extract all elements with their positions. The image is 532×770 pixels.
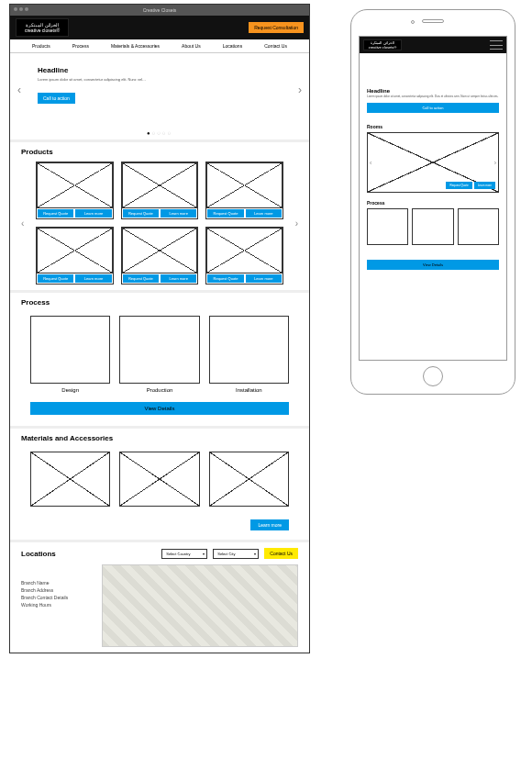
mobile-header: الخزائن المبتكرة creative closets®: [360, 37, 506, 53]
window-title: Creative Closets: [143, 7, 177, 13]
product-card: Request QuoteLearn more: [121, 162, 199, 219]
mobile-room-card: ‹ › Request Quote Learn more: [367, 132, 499, 193]
mobile-process-title: Process: [367, 200, 499, 206]
product-card: Request QuoteLearn more: [36, 162, 114, 219]
mobile-hero: Headline Lorem ipsum dolor sit amet, con…: [360, 53, 506, 120]
hamburger-icon[interactable]: [490, 40, 503, 50]
learn-more-button[interactable]: Learn more: [245, 208, 283, 218]
mobile-rooms-title: Rooms: [367, 124, 499, 129]
phone-home-button-icon[interactable]: [423, 366, 443, 386]
phone-screen: الخزائن المبتكرة creative closets® Headl…: [359, 36, 507, 361]
learn-more-button[interactable]: Learn more: [160, 208, 197, 218]
select-country-dropdown[interactable]: Select Country: [161, 549, 207, 559]
branch-hours: Working Hours: [21, 601, 94, 608]
request-quote-button[interactable]: Request Quote: [37, 208, 74, 218]
product-image-placeholder: [206, 162, 283, 208]
mobile-hero-headline: Headline: [367, 88, 499, 94]
phone-speaker-icon: [422, 19, 444, 23]
request-quote-button[interactable]: Request Quote: [122, 208, 160, 218]
materials-section: Materials and Accessories Learn more: [10, 426, 309, 540]
product-card: Request QuoteLearn more: [121, 227, 199, 285]
logo-english: creative closets®: [25, 28, 60, 33]
learn-more-button[interactable]: Learn more: [250, 519, 289, 530]
process-image-placeholder: [412, 208, 453, 245]
mobile-process-section: Process View Details: [360, 196, 506, 273]
product-card: Request QuoteLearn more: [36, 227, 114, 285]
products-section: Products ‹ Request QuoteLearn more Reque…: [10, 139, 309, 290]
product-image-placeholder: [206, 228, 283, 273]
nav-about[interactable]: About Us: [182, 43, 201, 49]
learn-more-button[interactable]: Learn more: [74, 208, 112, 218]
material-image-placeholder: [119, 452, 199, 507]
select-city-dropdown[interactable]: Select City: [213, 549, 259, 559]
branch-contact: Branch Contact Details: [21, 594, 94, 601]
request-quote-button[interactable]: Request Quote: [122, 273, 160, 284]
learn-more-button[interactable]: Learn more: [245, 273, 283, 284]
branch-name: Branch Name: [21, 579, 94, 586]
request-consultation-button[interactable]: Request Consultation: [249, 22, 304, 33]
request-quote-button[interactable]: Request Quote: [206, 208, 244, 218]
request-quote-button[interactable]: Request Quote: [37, 273, 74, 284]
product-image-placeholder: [122, 228, 198, 273]
nav-contact[interactable]: Contact Us: [264, 43, 287, 49]
product-card: Request QuoteLearn more: [205, 162, 283, 219]
request-quote-button[interactable]: Request Quote: [206, 273, 244, 284]
main-nav: Products Process Materials & Accessories…: [10, 39, 309, 53]
product-card: Request QuoteLearn more: [205, 227, 283, 285]
hero-body: Lorem ipsum dolor sit amet, consectetur …: [38, 77, 148, 82]
nav-materials[interactable]: Materials & Accessories: [111, 43, 160, 49]
products-next-icon[interactable]: ›: [295, 218, 298, 229]
rooms-next-icon[interactable]: ›: [494, 159, 496, 165]
view-details-button[interactable]: View Details: [30, 402, 289, 415]
hero-prev-icon[interactable]: ‹: [17, 84, 21, 96]
desktop-wireframe: Creative Closets الخزائن المبتكرة creati…: [9, 4, 310, 653]
hero: ‹ Headline Lorem ipsum dolor sit amet, c…: [10, 53, 309, 127]
products-title: Products: [21, 148, 298, 156]
process-title: Process: [21, 298, 298, 307]
locations-title: Locations: [21, 550, 156, 558]
hero-pagination[interactable]: ●○○○○: [10, 127, 309, 139]
learn-more-button[interactable]: Learn more: [160, 273, 197, 284]
logo[interactable]: الخزائن المبتكرة creative closets®: [16, 18, 69, 37]
nav-locations[interactable]: Locations: [223, 43, 242, 49]
materials-title: Materials and Accessories: [21, 434, 298, 442]
product-image-placeholder: [37, 228, 113, 273]
logo[interactable]: الخزائن المبتكرة creative closets®: [363, 39, 402, 50]
window-dots: [14, 7, 28, 11]
hero-cta-button[interactable]: Call to action: [38, 93, 75, 104]
mobile-rooms-section: Rooms ‹ › Request Quote Learn more: [360, 120, 506, 196]
branch-address: Branch Address: [21, 586, 94, 594]
process-image-placeholder: [30, 316, 110, 384]
request-quote-button[interactable]: Request Quote: [446, 182, 471, 189]
process-image-placeholder: [367, 208, 408, 245]
process-card: Installation: [209, 316, 289, 393]
mobile-hero-body: Lorem ipsum dolor sit amet, consectetur …: [367, 95, 499, 99]
products-prev-icon[interactable]: ‹: [21, 218, 24, 229]
site-header: الخزائن المبتكرة creative closets® Reque…: [10, 16, 309, 39]
hero-next-icon[interactable]: ›: [298, 84, 302, 96]
process-step-label: Installation: [209, 387, 289, 393]
process-section: Process Design Production Installation V…: [10, 290, 309, 426]
nav-process[interactable]: Process: [72, 43, 89, 49]
material-image-placeholder: [209, 452, 289, 507]
map-placeholder[interactable]: [102, 564, 298, 647]
mobile-hero-cta-button[interactable]: Call to action: [367, 103, 499, 113]
process-card: Design: [30, 316, 110, 393]
process-image-placeholder: [119, 316, 199, 384]
product-image-placeholder: [37, 162, 113, 208]
contact-us-button[interactable]: Contact Us: [264, 548, 298, 559]
hero-headline: Headline: [38, 66, 282, 74]
window-titlebar: Creative Closets: [10, 5, 309, 16]
nav-products[interactable]: Products: [32, 43, 50, 49]
locations-section: Locations Select Country Select City Con…: [10, 540, 309, 653]
process-card: Production: [119, 316, 199, 393]
rooms-prev-icon[interactable]: ‹: [370, 159, 371, 165]
process-image-placeholder: [209, 316, 289, 384]
product-image-placeholder: [122, 162, 198, 208]
logo-english: creative closets®: [369, 45, 397, 50]
process-step-label: Production: [119, 387, 199, 393]
learn-more-button[interactable]: Learn more: [474, 182, 495, 189]
view-details-button[interactable]: View Details: [367, 260, 499, 270]
learn-more-button[interactable]: Learn more: [74, 273, 112, 284]
process-image-placeholder: [458, 208, 499, 245]
